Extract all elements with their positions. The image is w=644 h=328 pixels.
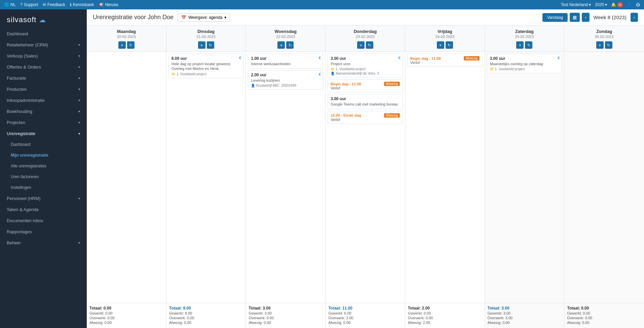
sidebar-item-offertes[interactable]: Offertes & Orders ▾: [0, 62, 87, 73]
sidebar-item-uren[interactable]: Urenregistratie ▾: [0, 128, 87, 139]
entry-card[interactable]: 8.00 uur € Hele dag op project locatie g…: [168, 54, 244, 78]
copy-entry-button[interactable]: ↻: [127, 41, 135, 49]
folder-icon: 📁: [490, 67, 494, 71]
kennisbank-link[interactable]: ℹ Kennisbank: [70, 2, 94, 7]
day-name: Woensdag: [249, 29, 323, 34]
entry-desc: Levering kozijnen: [251, 78, 320, 83]
euro-icon[interactable]: €: [558, 56, 560, 60]
add-entry-button[interactable]: +: [118, 41, 126, 49]
add-entry-button[interactable]: +: [596, 41, 604, 49]
copy-entry-button[interactable]: ↻: [366, 41, 373, 49]
day-actions: + ↻: [328, 41, 402, 49]
day-col-woensdag: Woensdag 22-02-2023 + ↻ 1.00 uur € Inter…: [246, 26, 326, 328]
gewerkt-line: Gewerkt: 0.00: [567, 311, 641, 315]
sidebar-item-inkoop[interactable]: Inkoopadministratie ▾: [0, 95, 87, 106]
user-profile[interactable]: 👤: [627, 2, 632, 7]
absence-desc: Verlof: [331, 86, 400, 90]
add-entry-button[interactable]: +: [198, 41, 205, 49]
afwezig-line: Afwezig: 0.00: [169, 321, 243, 325]
sidebar-item-crm[interactable]: Relatiebeheer (CRM) ▾: [0, 39, 87, 50]
day-actions: + ↻: [169, 41, 243, 49]
calendar-icon: 📅: [181, 15, 186, 20]
sidebar-item-projecten[interactable]: Projecten ▾: [0, 117, 87, 128]
day-date: 25-02-2023: [488, 35, 562, 39]
sidebar-item-hrm[interactable]: Personeel (HRM) ▾: [0, 193, 87, 204]
entry-project: 📁1. Voorbeeld project: [490, 67, 559, 71]
day-name: Zondag: [567, 29, 641, 34]
user-dropdown[interactable]: Test Nederland ▾: [561, 2, 591, 7]
overwerk-line: Overwerk: 3.00: [488, 316, 562, 320]
copy-entry-button[interactable]: ↻: [525, 41, 532, 49]
euro-icon[interactable]: €: [319, 72, 321, 76]
copy-entry-button[interactable]: ↻: [446, 41, 453, 49]
grid-icon: ▦: [573, 15, 577, 20]
person-icon: 👤: [251, 84, 255, 87]
support-link[interactable]: ? Support: [20, 2, 38, 7]
sidebar-item-label: Inkoopadministratie: [7, 98, 45, 103]
sidebar-item-sales[interactable]: Verkoop (Sales) ▾: [0, 50, 87, 62]
sidebar-item-uren-dashboard[interactable]: Dashboard: [0, 139, 87, 150]
add-entry-button[interactable]: +: [437, 41, 444, 49]
day-header-1: Dinsdag 21-02-2023 + ↻: [166, 26, 246, 52]
euro-icon[interactable]: €: [319, 56, 321, 60]
view-dropdown-button[interactable]: 📅 Weergave: agenda ▾: [178, 13, 230, 22]
euro-icon[interactable]: €: [239, 56, 241, 60]
total-line: Totaal: 0.00: [89, 306, 163, 311]
feedback-link[interactable]: ✉ Feedback: [43, 2, 65, 7]
sidebar-item-dashboard[interactable]: Dashboard: [0, 28, 87, 39]
entry-card[interactable]: 3.00 uur € Project uren📁1. Voorbeeld pro…: [328, 54, 403, 78]
copy-entry-button[interactable]: ↻: [605, 41, 612, 49]
total-line: Totaal: 0.00: [567, 306, 641, 311]
entry-card[interactable]: 12:00 - Einde dag Afwezig Verlof: [328, 111, 403, 124]
copy-entry-button[interactable]: ↻: [207, 41, 214, 49]
entry-card[interactable]: 2.00 uur € Levering kozijnen👤Klusbedrijf…: [248, 70, 323, 89]
add-entry-button[interactable]: +: [357, 41, 365, 49]
gewerkt-line: Gewerkt: 3.00: [249, 311, 323, 315]
notification-badge: 22: [617, 2, 623, 7]
absence-badge: Afwezig: [384, 113, 400, 118]
entry-card[interactable]: Begin dag - 11:00 Afwezig Verlof: [407, 54, 483, 67]
day-footer-3: Totaal: 11.00 Gewerkt: 6.00 Overwerk: 3.…: [326, 303, 405, 328]
nieuws-link[interactable]: 📢 Nieuws: [99, 2, 118, 7]
lang-selector[interactable]: 🌐 NL: [4, 2, 15, 7]
sidebar-item-uren-factureren[interactable]: Uren factureren: [0, 171, 87, 182]
sidebar-item-mijn-uren[interactable]: Mijn urenregistratie: [0, 150, 87, 161]
total-line: Totaal: 3.00: [249, 306, 323, 311]
year-dropdown[interactable]: 2020 ▾: [595, 2, 607, 7]
entry-card[interactable]: 3.00 uur Google Teams call met marketing…: [328, 94, 403, 109]
power-button[interactable]: ⏻: [636, 2, 640, 7]
add-entry-button[interactable]: +: [516, 41, 524, 49]
entry-card[interactable]: 3.00 uur € Maandelijks overleg op zaterd…: [487, 54, 562, 73]
grid-view-button[interactable]: ▦: [570, 13, 580, 22]
day-entries-1: 8.00 uur € Hele dag op project locatie g…: [166, 52, 246, 303]
copy-entry-button[interactable]: ↻: [286, 41, 294, 49]
entry-hours: 2.00 uur: [251, 73, 266, 77]
sidebar-item-label: Alle urenregistraties: [11, 164, 46, 168]
prev-week-button[interactable]: ‹: [582, 13, 589, 22]
sidebar-item-documenten[interactable]: Documenten inbox: [0, 215, 87, 226]
day-entries-6: [564, 52, 644, 303]
sidebar-item-taken[interactable]: Taken & Agenda: [0, 204, 87, 215]
sidebar-item-boekhouding[interactable]: Boekhouding ▾: [0, 106, 87, 117]
day-date: 20-02-2023: [89, 35, 163, 39]
entry-card[interactable]: Begin dag - 11:00 Afwezig Verlof: [328, 79, 403, 92]
folder-icon: 📁: [331, 67, 335, 71]
user-icon: 👤: [627, 2, 632, 7]
add-entry-button[interactable]: +: [277, 41, 285, 49]
entry-card[interactable]: 1.00 uur € Interne werkzaamheden: [248, 54, 323, 69]
entry-desc: Project uren: [331, 62, 400, 66]
sidebar-item-alle-uren[interactable]: Alle urenregistraties: [0, 161, 87, 171]
next-week-button[interactable]: ›: [631, 13, 638, 22]
day-date: 26-02-2023: [567, 35, 641, 39]
euro-icon[interactable]: €: [399, 56, 401, 60]
sidebar-item-beheer[interactable]: Beheer ▾: [0, 237, 87, 248]
sidebar-item-producten[interactable]: Producten ▾: [0, 84, 87, 95]
day-entries-0: [87, 52, 166, 303]
sidebar-item-facturatie[interactable]: Facturatie ▾: [0, 73, 87, 84]
sidebar-item-rapportages[interactable]: Rapportages: [0, 226, 87, 237]
notification-bell[interactable]: 🔔 22: [611, 2, 623, 7]
sidebar-item-instellingen[interactable]: Instellingen: [0, 182, 87, 193]
today-button[interactable]: Vandaag: [542, 13, 568, 22]
overwerk-line: Overwerk: 0.00: [408, 316, 482, 320]
entry-desc: Google Teams call met marketing bureau: [331, 102, 400, 107]
